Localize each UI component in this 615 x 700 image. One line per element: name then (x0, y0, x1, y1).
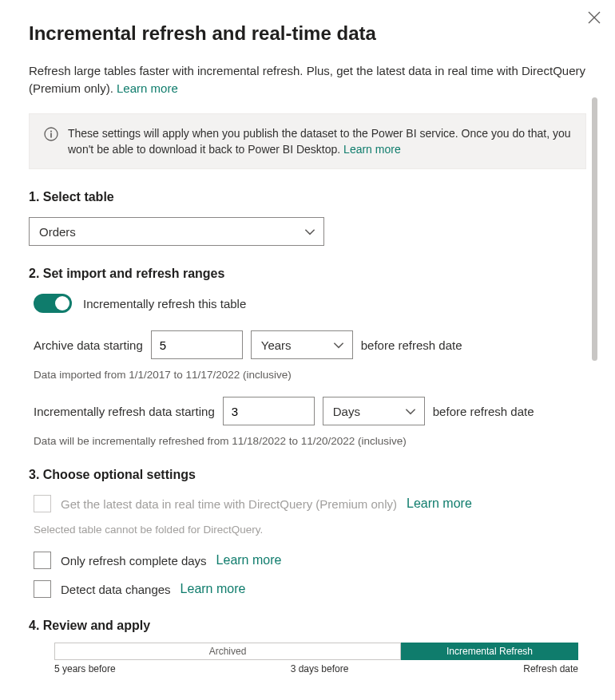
chevron-down-icon (303, 224, 317, 239)
timeline-label-mid: 3 days before (291, 663, 349, 674)
dialog-subtitle: Refresh large tables faster with increme… (29, 62, 586, 97)
refresh-value-input[interactable] (223, 397, 315, 425)
archive-unit-value: Years (261, 338, 292, 352)
close-button[interactable] (585, 8, 604, 27)
archive-value-input[interactable] (151, 330, 243, 359)
close-icon (588, 11, 601, 24)
archive-label-after: before refresh date (361, 338, 462, 352)
table-select[interactable]: Orders (29, 217, 324, 246)
refresh-row: Incrementally refresh data starting Days… (29, 397, 586, 425)
refresh-hint: Data will be incrementally refreshed fro… (29, 435, 586, 447)
detect-changes-learn-more[interactable]: Learn more (181, 582, 246, 596)
subtitle-text: Refresh large tables faster with increme… (29, 64, 585, 95)
refresh-label-after: before refresh date (433, 405, 534, 418)
archive-label-before: Archive data starting (34, 338, 143, 352)
timeline-label-left: 5 years before (54, 663, 116, 674)
directquery-note: Selected table cannot be folded for Dire… (29, 524, 586, 536)
complete-days-learn-more[interactable]: Learn more (216, 553, 282, 568)
step2-header: 2. Set import and refresh ranges (29, 267, 586, 281)
refresh-unit-value: Days (333, 405, 360, 418)
timeline-label-right: Refresh date (523, 663, 578, 674)
timeline-labels: 5 years before 3 days before Refresh dat… (29, 660, 586, 674)
chevron-down-icon (403, 404, 418, 418)
banner-learn-more-link[interactable]: Learn more (343, 143, 401, 156)
archive-hint: Data imported from 1/1/2017 to 11/17/202… (29, 369, 586, 381)
detect-changes-label: Detect data changes (61, 583, 171, 596)
svg-point-1 (50, 130, 52, 132)
archive-unit-select[interactable]: Years (251, 330, 353, 359)
detect-changes-checkbox[interactable] (34, 580, 51, 598)
toggle-row: Incrementally refresh this table (29, 294, 586, 313)
timeline-archived-bar: Archived (54, 643, 401, 660)
directquery-row: Get the latest data in real time with Di… (29, 495, 586, 512)
info-banner: These settings will apply when you publi… (29, 113, 586, 170)
timeline: Archived Incremental Refresh (29, 643, 586, 660)
directquery-checkbox (34, 495, 51, 512)
refresh-label-before: Incrementally refresh data starting (34, 405, 215, 418)
info-icon (44, 127, 58, 144)
detect-changes-row: Detect data changes Learn more (29, 580, 586, 598)
complete-days-row: Only refresh complete days Learn more (29, 552, 586, 569)
toggle-thumb (55, 296, 69, 310)
incremental-toggle[interactable] (34, 294, 72, 313)
directquery-label: Get the latest data in real time with Di… (61, 497, 397, 511)
banner-text: These settings will apply when you publi… (68, 127, 571, 156)
chevron-down-icon (331, 338, 346, 352)
learn-more-link[interactable]: Learn more (117, 81, 178, 95)
toggle-label: Incrementally refresh this table (83, 297, 246, 310)
section-ranges: 2. Set import and refresh ranges Increme… (29, 267, 586, 447)
dialog-title: Incremental refresh and real-time data (29, 22, 586, 45)
complete-days-checkbox[interactable] (34, 552, 51, 569)
dialog-content: Incremental refresh and real-time data R… (0, 0, 615, 674)
table-select-value: Orders (39, 225, 76, 239)
section-review: 4. Review and apply Archived Incremental… (29, 619, 586, 674)
svg-rect-2 (50, 132, 52, 137)
step3-header: 3. Choose optional settings (29, 468, 586, 482)
refresh-unit-select[interactable]: Days (323, 397, 425, 425)
timeline-incremental-bar: Incremental Refresh (401, 643, 578, 660)
info-text: These settings will apply when you publi… (68, 125, 571, 158)
archive-row: Archive data starting Years before refre… (29, 330, 586, 359)
section-select-table: 1. Select table Orders (29, 190, 586, 246)
complete-days-label: Only refresh complete days (61, 554, 207, 568)
step4-header: 4. Review and apply (29, 619, 586, 633)
scrollbar[interactable] (592, 97, 597, 361)
section-optional: 3. Choose optional settings Get the late… (29, 468, 586, 598)
step1-header: 1. Select table (29, 190, 586, 204)
directquery-learn-more[interactable]: Learn more (407, 496, 472, 511)
